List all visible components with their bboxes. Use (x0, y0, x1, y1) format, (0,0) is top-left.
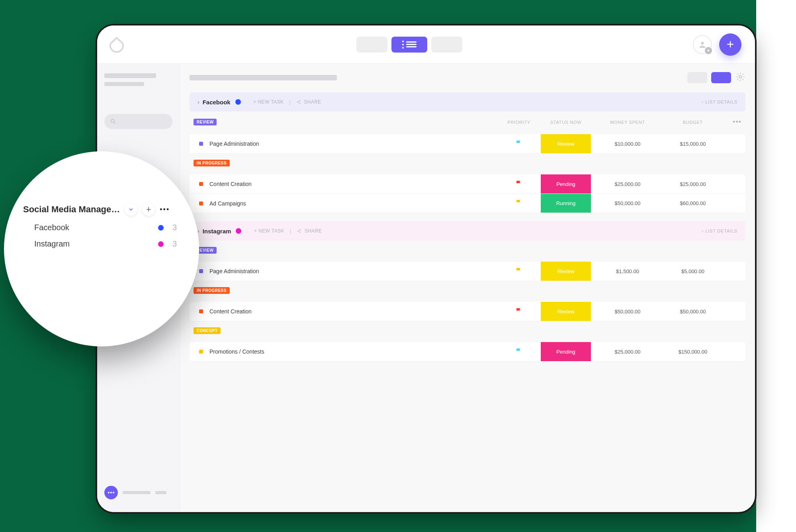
more-button[interactable]: ••• (160, 205, 170, 214)
task-status-square (199, 201, 203, 205)
money-spent: $50,000.00 (595, 309, 660, 315)
section-header: IN PROGRESS (190, 153, 745, 169)
add-list-button[interactable]: + (142, 203, 155, 216)
section-header: REVIEW PRIORITY STATUS NOW MONEY SPENT B… (190, 111, 745, 129)
list-count: 3 (172, 223, 177, 232)
sidebar-list-item[interactable]: Facebook 3 (23, 216, 180, 232)
chat-button[interactable] (104, 486, 172, 503)
budget: $15,000.00 (660, 141, 726, 147)
budget: $50,000.00 (660, 309, 726, 315)
share-link[interactable]: SHARE (296, 99, 321, 105)
list-color-dot (158, 241, 164, 247)
settings-icon[interactable] (735, 72, 745, 84)
task-name: Content Creation (209, 308, 501, 315)
priority-flag[interactable] (501, 140, 537, 148)
chevron-down-icon (128, 207, 134, 212)
group-header[interactable]: › Instagram + NEW TASK | SHARE ›LIST DET… (190, 221, 745, 241)
money-spent: $25,000.00 (595, 349, 660, 355)
new-task-link[interactable]: + NEW TASK (253, 99, 284, 105)
task-row[interactable]: Page Administration Review $10,000.00 $1… (190, 134, 745, 153)
group-header[interactable]: › Facebook + NEW TASK | SHARE ›LIST DETA… (190, 92, 745, 111)
view-option-1[interactable] (356, 37, 387, 53)
top-bar: + + (97, 25, 755, 64)
new-task-link[interactable]: + NEW TASK (254, 228, 284, 234)
status-cell[interactable]: Review (537, 302, 595, 321)
status-tag: IN PROGRESS (194, 160, 230, 166)
task-status-square (199, 142, 203, 146)
col-priority: PRIORITY (501, 120, 537, 125)
svg-point-0 (701, 41, 704, 44)
priority-flag[interactable] (501, 180, 537, 188)
status-tag: REVIEW (194, 119, 217, 125)
view-toggle-a[interactable] (687, 72, 707, 83)
sidebar-list-item[interactable]: Instagram 3 (23, 232, 180, 248)
budget: $5,000.00 (660, 268, 726, 274)
view-option-3[interactable] (431, 37, 462, 53)
col-budget: BUDGET (660, 120, 726, 125)
status-cell[interactable]: Review (537, 134, 595, 153)
list-details-link[interactable]: ›LIST DETAILS (702, 229, 737, 233)
section-header: CONCEPT (190, 321, 745, 336)
chat-placeholder (155, 491, 166, 494)
share-link[interactable]: SHARE (297, 228, 322, 234)
invite-user-button[interactable]: + (693, 35, 712, 54)
priority-flag[interactable] (501, 308, 537, 315)
list-details-link[interactable]: ›LIST DETAILS (702, 100, 737, 104)
task-name: Page Administration (209, 268, 501, 274)
status-cell[interactable]: Pending (537, 342, 595, 361)
status-cell[interactable]: Running (537, 194, 595, 213)
plus-icon: + (727, 37, 734, 52)
app-logo-icon (108, 35, 126, 54)
priority-flag[interactable] (501, 268, 537, 275)
group-color-dot (235, 99, 241, 105)
task-status-square (199, 269, 203, 273)
money-spent: $10,000.00 (595, 141, 660, 147)
status-pill: Review (541, 134, 591, 153)
collapse-toggle[interactable] (125, 203, 137, 216)
status-pill: Pending (541, 174, 591, 194)
money-spent: $50,000.00 (595, 200, 660, 206)
list-color-dot (158, 225, 164, 231)
sidebar-placeholder (104, 73, 156, 78)
priority-flag[interactable] (501, 348, 537, 356)
task-row[interactable]: Content Creation Review $50,000.00 $50,0… (190, 302, 745, 321)
money-spent: $1,500.00 (595, 268, 660, 274)
page-title-placeholder (190, 75, 337, 80)
budget: $150,000.00 (660, 349, 726, 355)
chevron-right-icon: › (198, 99, 199, 105)
view-toggle-b[interactable] (711, 72, 731, 83)
create-button[interactable]: + (719, 33, 741, 56)
status-tag: IN PROGRESS (194, 287, 230, 294)
space-title[interactable]: Social Media Manage… (23, 204, 120, 215)
col-money: MONEY SPENT (595, 120, 660, 125)
flag-icon (516, 308, 522, 314)
chat-placeholder (123, 491, 151, 494)
list-name: Facebook (34, 223, 158, 232)
sidebar-zoom-popover: Social Media Manage… + ••• Facebook 3Ins… (4, 151, 199, 346)
list-count: 3 (172, 239, 177, 248)
flag-icon (516, 140, 522, 147)
view-option-list[interactable] (391, 37, 427, 53)
status-cell[interactable]: Pending (537, 174, 595, 194)
group-color-dot (236, 228, 241, 234)
task-row[interactable]: Content Creation Pending $25,000.00 $25,… (190, 174, 745, 194)
group-name: Instagram (203, 228, 231, 235)
svg-line-2 (114, 122, 115, 123)
task-row[interactable]: Ad Campaigns Running $50,000.00 $60,000.… (190, 194, 745, 213)
plus-mini-icon: + (705, 47, 712, 54)
task-row[interactable]: Promotions / Contests Pending $25,000.00… (190, 342, 745, 361)
more-columns-icon[interactable]: ••• (726, 118, 741, 126)
budget: $25,000.00 (660, 181, 726, 187)
main-content: › Facebook + NEW TASK | SHARE ›LIST DETA… (180, 64, 755, 512)
priority-flag[interactable] (501, 200, 537, 207)
money-spent: $25,000.00 (595, 181, 660, 187)
status-pill: Running (541, 194, 591, 213)
task-status-square (199, 350, 203, 354)
task-name: Page Administration (209, 141, 501, 147)
sidebar-placeholder (104, 82, 144, 86)
status-cell[interactable]: Review (537, 262, 595, 281)
chat-icon (104, 486, 118, 499)
search-input[interactable] (104, 114, 172, 129)
task-status-square (199, 182, 203, 186)
task-row[interactable]: Page Administration Review $1,500.00 $5,… (190, 262, 745, 281)
